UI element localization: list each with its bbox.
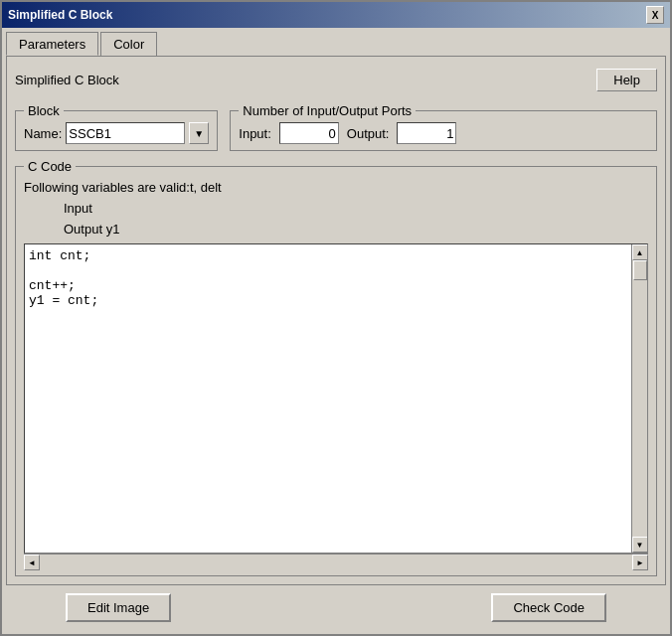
ccode-info: Following variables are valid:t, delt In… bbox=[24, 178, 648, 239]
scroll-down-button[interactable]: ▼ bbox=[632, 537, 648, 553]
input-port-label: Input: bbox=[239, 126, 271, 141]
scroll-track-horizontal bbox=[40, 555, 632, 569]
block-legend: Block bbox=[24, 103, 64, 118]
edit-image-button[interactable]: Edit Image bbox=[66, 593, 171, 622]
block-name-row: Name: ▼ bbox=[24, 122, 209, 144]
fieldset-row: Block Name: ▼ Number of Input/Output Por… bbox=[15, 103, 657, 151]
tab-parameters[interactable]: Parameters bbox=[6, 32, 98, 56]
tab-bar: Parameters Color bbox=[6, 32, 666, 56]
window-title: Simplified C Block bbox=[8, 8, 112, 22]
block-fieldset: Block Name: ▼ bbox=[15, 103, 218, 151]
ports-fieldset: Number of Input/Output Ports Input: Outp… bbox=[230, 103, 657, 151]
input-port-value[interactable] bbox=[279, 122, 339, 144]
block-name-dropdown[interactable]: ▼ bbox=[189, 122, 209, 144]
title-bar-controls: X bbox=[646, 6, 664, 24]
check-code-button[interactable]: Check Code bbox=[491, 593, 606, 622]
ports-row: Input: Output: bbox=[239, 122, 648, 144]
ccode-section: C Code Following variables are valid:t, … bbox=[15, 159, 657, 576]
bottom-button-bar: Edit Image Check Code bbox=[6, 585, 666, 630]
tab-color[interactable]: Color bbox=[100, 32, 157, 56]
close-button[interactable]: X bbox=[646, 6, 664, 24]
block-name-label: Name: bbox=[24, 126, 62, 141]
ccode-fieldset: C Code Following variables are valid:t, … bbox=[15, 159, 657, 576]
title-bar: Simplified C Block X bbox=[2, 2, 670, 28]
scroll-thumb-vertical[interactable] bbox=[633, 260, 647, 280]
tab-content-parameters: Simplified C Block Help Block Name: ▼ Nu… bbox=[6, 56, 666, 585]
code-editor-wrapper: int cnt; cnt++; y1 = cnt; ▲ ▼ bbox=[24, 243, 648, 554]
horizontal-scrollbar: ◄ ► bbox=[24, 554, 648, 569]
output-port-value[interactable] bbox=[397, 122, 456, 144]
ccode-legend: C Code bbox=[24, 159, 76, 174]
scroll-up-button[interactable]: ▲ bbox=[632, 244, 648, 260]
ports-legend: Number of Input/Output Ports bbox=[239, 103, 416, 118]
block-name-input[interactable] bbox=[66, 122, 185, 144]
output-port-label: Output: bbox=[347, 126, 390, 141]
main-window: Simplified C Block X Parameters Color Si… bbox=[0, 0, 672, 636]
ccode-info-line1: Following variables are valid:t, delt bbox=[24, 178, 648, 199]
ccode-info-line2: Input bbox=[24, 199, 648, 220]
window-content: Parameters Color Simplified C Block Help… bbox=[2, 28, 670, 634]
help-button[interactable]: Help bbox=[596, 69, 657, 91]
block-title-row: Simplified C Block Help bbox=[15, 65, 657, 95]
scroll-left-button[interactable]: ◄ bbox=[24, 555, 40, 570]
vertical-scrollbar: ▲ ▼ bbox=[631, 244, 647, 553]
scroll-right-button[interactable]: ► bbox=[632, 555, 648, 570]
code-editor-container: int cnt; cnt++; y1 = cnt; ▲ ▼ bbox=[24, 243, 648, 569]
block-title-label: Simplified C Block bbox=[15, 73, 119, 87]
scroll-track-vertical bbox=[632, 260, 647, 537]
code-editor[interactable]: int cnt; cnt++; y1 = cnt; bbox=[25, 244, 631, 553]
ccode-info-line3: Output y1 bbox=[24, 220, 648, 240]
